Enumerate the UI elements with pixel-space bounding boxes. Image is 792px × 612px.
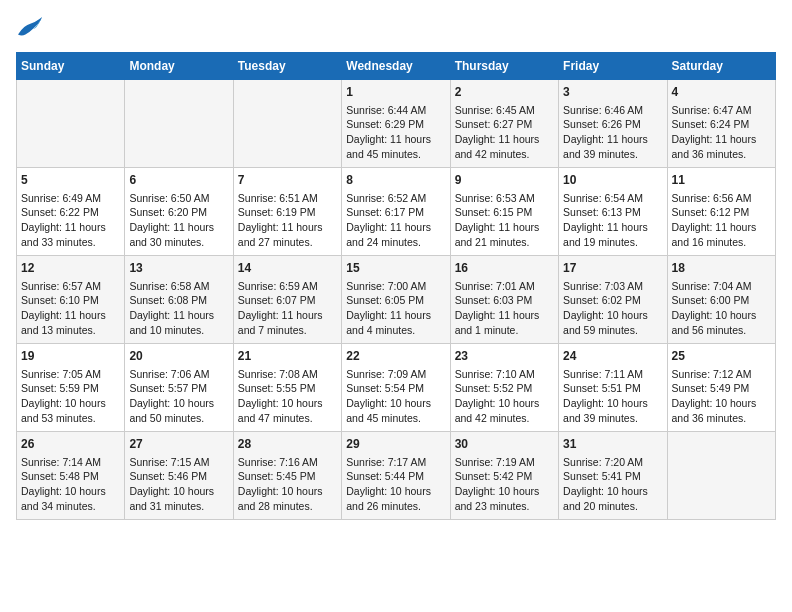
day-number: 23 — [455, 348, 554, 365]
day-info: Daylight: 11 hours and 10 minutes. — [129, 308, 228, 337]
day-info: Sunrise: 6:45 AM — [455, 103, 554, 118]
day-info: Sunset: 6:17 PM — [346, 205, 445, 220]
day-info: Daylight: 11 hours and 27 minutes. — [238, 220, 337, 249]
day-info: Sunrise: 6:58 AM — [129, 279, 228, 294]
logo — [16, 16, 48, 40]
day-number: 13 — [129, 260, 228, 277]
calendar-cell: 14Sunrise: 6:59 AMSunset: 6:07 PMDayligh… — [233, 256, 341, 344]
calendar-header-tuesday: Tuesday — [233, 53, 341, 80]
calendar-cell: 13Sunrise: 6:58 AMSunset: 6:08 PMDayligh… — [125, 256, 233, 344]
calendar-cell: 30Sunrise: 7:19 AMSunset: 5:42 PMDayligh… — [450, 432, 558, 520]
day-info: Sunrise: 7:00 AM — [346, 279, 445, 294]
day-info: Daylight: 11 hours and 21 minutes. — [455, 220, 554, 249]
day-info: Sunrise: 6:47 AM — [672, 103, 771, 118]
calendar-cell: 8Sunrise: 6:52 AMSunset: 6:17 PMDaylight… — [342, 168, 450, 256]
day-number: 20 — [129, 348, 228, 365]
calendar-cell: 24Sunrise: 7:11 AMSunset: 5:51 PMDayligh… — [559, 344, 667, 432]
day-number: 12 — [21, 260, 120, 277]
day-info: Sunset: 5:54 PM — [346, 381, 445, 396]
day-info: Daylight: 11 hours and 24 minutes. — [346, 220, 445, 249]
day-info: Sunrise: 6:54 AM — [563, 191, 662, 206]
day-info: Sunrise: 7:04 AM — [672, 279, 771, 294]
calendar-cell: 3Sunrise: 6:46 AMSunset: 6:26 PMDaylight… — [559, 80, 667, 168]
day-info: Sunset: 6:00 PM — [672, 293, 771, 308]
day-info: Sunset: 6:22 PM — [21, 205, 120, 220]
day-info: Sunset: 5:49 PM — [672, 381, 771, 396]
day-info: Daylight: 11 hours and 45 minutes. — [346, 132, 445, 161]
calendar-cell: 28Sunrise: 7:16 AMSunset: 5:45 PMDayligh… — [233, 432, 341, 520]
day-info: Daylight: 10 hours and 28 minutes. — [238, 484, 337, 513]
day-number: 10 — [563, 172, 662, 189]
day-info: Sunrise: 7:17 AM — [346, 455, 445, 470]
calendar-cell: 31Sunrise: 7:20 AMSunset: 5:41 PMDayligh… — [559, 432, 667, 520]
calendar-header-friday: Friday — [559, 53, 667, 80]
day-info: Sunrise: 7:06 AM — [129, 367, 228, 382]
day-info: Daylight: 10 hours and 50 minutes. — [129, 396, 228, 425]
calendar-cell: 16Sunrise: 7:01 AMSunset: 6:03 PMDayligh… — [450, 256, 558, 344]
calendar-cell: 29Sunrise: 7:17 AMSunset: 5:44 PMDayligh… — [342, 432, 450, 520]
calendar-cell: 4Sunrise: 6:47 AMSunset: 6:24 PMDaylight… — [667, 80, 775, 168]
day-number: 3 — [563, 84, 662, 101]
day-info: Daylight: 10 hours and 20 minutes. — [563, 484, 662, 513]
calendar-cell: 21Sunrise: 7:08 AMSunset: 5:55 PMDayligh… — [233, 344, 341, 432]
day-info: Sunset: 6:03 PM — [455, 293, 554, 308]
day-number: 5 — [21, 172, 120, 189]
day-info: Sunrise: 6:52 AM — [346, 191, 445, 206]
day-info: Sunrise: 7:12 AM — [672, 367, 771, 382]
calendar-week-row: 19Sunrise: 7:05 AMSunset: 5:59 PMDayligh… — [17, 344, 776, 432]
day-info: Sunset: 6:24 PM — [672, 117, 771, 132]
day-number: 15 — [346, 260, 445, 277]
calendar-cell: 12Sunrise: 6:57 AMSunset: 6:10 PMDayligh… — [17, 256, 125, 344]
calendar-cell: 17Sunrise: 7:03 AMSunset: 6:02 PMDayligh… — [559, 256, 667, 344]
day-info: Daylight: 11 hours and 19 minutes. — [563, 220, 662, 249]
calendar-cell: 26Sunrise: 7:14 AMSunset: 5:48 PMDayligh… — [17, 432, 125, 520]
day-info: Daylight: 10 hours and 31 minutes. — [129, 484, 228, 513]
calendar-cell: 5Sunrise: 6:49 AMSunset: 6:22 PMDaylight… — [17, 168, 125, 256]
day-info: Sunset: 5:45 PM — [238, 469, 337, 484]
day-info: Sunrise: 7:15 AM — [129, 455, 228, 470]
day-number: 27 — [129, 436, 228, 453]
day-info: Sunset: 6:05 PM — [346, 293, 445, 308]
day-info: Sunrise: 7:16 AM — [238, 455, 337, 470]
day-info: Sunrise: 7:01 AM — [455, 279, 554, 294]
day-info: Sunset: 6:07 PM — [238, 293, 337, 308]
day-info: Sunset: 5:55 PM — [238, 381, 337, 396]
calendar-cell: 22Sunrise: 7:09 AMSunset: 5:54 PMDayligh… — [342, 344, 450, 432]
day-info: Sunrise: 6:49 AM — [21, 191, 120, 206]
day-number: 2 — [455, 84, 554, 101]
day-info: Sunrise: 7:20 AM — [563, 455, 662, 470]
day-number: 14 — [238, 260, 337, 277]
day-info: Daylight: 11 hours and 39 minutes. — [563, 132, 662, 161]
day-info: Sunrise: 7:05 AM — [21, 367, 120, 382]
calendar-cell — [233, 80, 341, 168]
day-info: Sunset: 5:41 PM — [563, 469, 662, 484]
day-info: Sunrise: 6:59 AM — [238, 279, 337, 294]
day-number: 24 — [563, 348, 662, 365]
calendar-header-wednesday: Wednesday — [342, 53, 450, 80]
calendar-cell — [125, 80, 233, 168]
calendar-cell: 15Sunrise: 7:00 AMSunset: 6:05 PMDayligh… — [342, 256, 450, 344]
day-info: Sunset: 6:15 PM — [455, 205, 554, 220]
day-info: Sunset: 6:08 PM — [129, 293, 228, 308]
day-number: 4 — [672, 84, 771, 101]
day-number: 16 — [455, 260, 554, 277]
day-info: Daylight: 10 hours and 39 minutes. — [563, 396, 662, 425]
day-info: Sunrise: 6:57 AM — [21, 279, 120, 294]
day-info: Sunrise: 7:11 AM — [563, 367, 662, 382]
day-info: Sunrise: 7:14 AM — [21, 455, 120, 470]
day-info: Sunset: 6:10 PM — [21, 293, 120, 308]
day-info: Sunset: 6:02 PM — [563, 293, 662, 308]
day-info: Sunset: 5:42 PM — [455, 469, 554, 484]
calendar-cell — [17, 80, 125, 168]
day-info: Sunrise: 6:51 AM — [238, 191, 337, 206]
calendar-header-saturday: Saturday — [667, 53, 775, 80]
day-info: Sunset: 5:57 PM — [129, 381, 228, 396]
day-info: Daylight: 10 hours and 23 minutes. — [455, 484, 554, 513]
calendar-cell: 27Sunrise: 7:15 AMSunset: 5:46 PMDayligh… — [125, 432, 233, 520]
day-number: 21 — [238, 348, 337, 365]
day-info: Daylight: 11 hours and 30 minutes. — [129, 220, 228, 249]
calendar-table: SundayMondayTuesdayWednesdayThursdayFrid… — [16, 52, 776, 520]
calendar-header-monday: Monday — [125, 53, 233, 80]
day-info: Sunset: 5:51 PM — [563, 381, 662, 396]
day-number: 26 — [21, 436, 120, 453]
